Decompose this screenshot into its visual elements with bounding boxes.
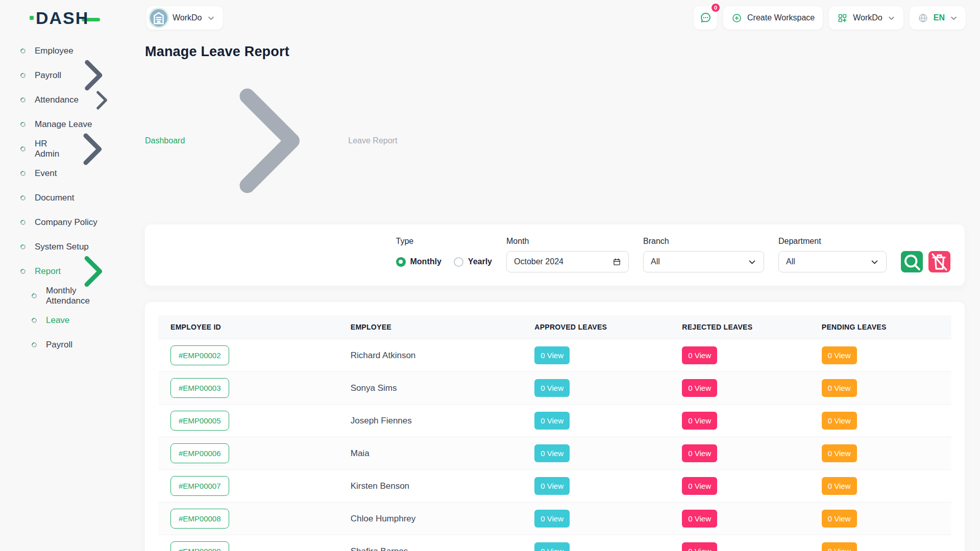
col-pending-leaves: PENDING LEAVES [810,315,951,339]
approved-leaves-badge[interactable]: 0 View [534,346,570,364]
bullet-icon [31,292,38,299]
table-row-chloe-humphrey: #EMP00008 Chloe Humphrey 0 View 0 View 0… [158,503,951,535]
sidebar-item-label: Payroll [35,70,61,81]
logo-text: DASH [36,8,89,28]
sidebar-item-label: HR Admin [35,139,59,159]
branch-label: Branch [643,237,764,246]
rejected-leaves-badge[interactable]: 0 View [682,510,717,528]
chevron-down-icon [870,258,879,266]
workspace-selector[interactable]: WorkDo [146,6,223,30]
approved-leaves-badge[interactable]: 0 View [534,444,570,462]
leave-report-table-card: EMPLOYEE ID EMPLOYEE APPROVED LEAVES REJ… [145,302,965,551]
employee-id[interactable]: #EMP00008 [170,509,229,529]
employee-id[interactable]: #EMP00009 [170,541,229,551]
radio-yearly[interactable]: Yearly [454,257,492,267]
bullet-icon [31,341,38,348]
department-select[interactable]: All [778,251,887,272]
employee-name: Sonya Sims [351,383,397,393]
globe-icon [918,13,928,23]
type-filter-group: Type Monthly Yearly [396,237,492,272]
col-employee: EMPLOYEE [338,315,523,339]
sidebar-item-label: Employee [35,46,74,56]
plus-circle-icon [731,13,742,23]
bullet-icon [19,145,27,153]
search-button[interactable] [901,251,923,272]
rejected-leaves-badge[interactable]: 0 View [682,379,717,397]
employee-name: Kirsten Benson [351,481,409,491]
approved-leaves-badge[interactable]: 0 View [534,412,570,430]
chevron-down-icon [207,14,215,22]
table-row-shafira-barnes: #EMP00009 Shafira Barnes 0 View 0 View 0… [158,535,951,551]
sidebar-item-monthly-attendance[interactable]: Monthly Attendance [0,284,130,308]
approved-leaves-badge[interactable]: 0 View [534,510,570,528]
type-label: Type [396,237,492,246]
main-content: Manage Leave Report Dashboard Leave Repo… [130,36,980,551]
department-filter-group: Department All [778,237,887,272]
breadcrumb-dashboard-link[interactable]: Dashboard [145,136,185,145]
bullet-icon [19,243,27,251]
employee-id[interactable]: #EMP00003 [170,378,229,398]
sidebar-item-hr-admin[interactable]: HR Admin [0,137,130,161]
sidebar-item-attendance[interactable]: Attendance [0,88,130,112]
pending-leaves-badge[interactable]: 0 View [822,510,857,528]
pending-leaves-badge[interactable]: 0 View [822,477,857,495]
branch-select[interactable]: All [643,251,764,272]
pending-leaves-badge[interactable]: 0 View [822,444,857,462]
chevron-right-icon [88,87,115,114]
month-input[interactable]: October 2024 [506,251,629,272]
language-selector[interactable]: EN [910,6,966,30]
bullet-icon [19,219,27,226]
sidebar-item-label: Attendance [35,95,79,105]
table-row-maia: #EMP00006 Maia 0 View 0 View 0 View [158,437,951,470]
bullet-icon [19,72,27,79]
chevron-down-icon [748,258,756,266]
app-logo[interactable]: DASH [0,8,130,28]
pending-leaves-badge[interactable]: 0 View [822,542,857,551]
pending-leaves-badge[interactable]: 0 View [822,412,857,430]
radio-unchecked-icon [454,257,463,267]
table-row-kirsten-benson: #EMP00007 Kirsten Benson 0 View 0 View 0… [158,470,951,503]
sidebar-item-label: Monthly Attendance [46,286,115,306]
employee-id[interactable]: #EMP00007 [170,476,229,496]
messenger-button[interactable]: 0 [694,6,717,30]
create-workspace-button[interactable]: Create Workspace [723,6,823,30]
radio-monthly[interactable]: Monthly [396,257,442,267]
leave-report-table: EMPLOYEE ID EMPLOYEE APPROVED LEAVES REJ… [158,315,951,551]
employee-name: Maia [351,448,370,458]
table-row-sonya-sims: #EMP00003 Sonya Sims 0 View 0 View 0 Vie… [158,372,951,405]
sidebar-item-payroll[interactable]: Payroll [0,63,130,88]
sidebar-item-label: Event [35,168,57,179]
bullet-icon [19,194,27,202]
page-title: Manage Leave Report [145,44,965,60]
approved-leaves-badge[interactable]: 0 View [534,379,570,397]
sidebar-item-leave[interactable]: Leave [0,308,130,333]
workspace-name: WorkDo [173,13,202,22]
sidebar-item-company-policy[interactable]: Company Policy [0,210,130,235]
employee-id[interactable]: #EMP00006 [170,443,229,463]
chevron-right-icon [68,126,115,172]
sidebar-item-payroll[interactable]: Payroll [0,333,130,357]
employee-id[interactable]: #EMP00002 [170,345,229,365]
approved-leaves-badge[interactable]: 0 View [534,477,570,495]
radio-checked-icon [396,257,406,267]
trash-off-icon [928,251,950,273]
sidebar-item-label: Payroll [46,340,72,350]
bullet-icon [19,170,27,177]
rejected-leaves-badge[interactable]: 0 View [682,412,717,430]
month-filter-group: Month October 2024 [506,237,629,272]
rejected-leaves-badge[interactable]: 0 View [682,346,717,364]
rejected-leaves-badge[interactable]: 0 View [682,542,717,551]
workdo-menu-button[interactable]: WorkDo [829,6,903,30]
reset-filter-button[interactable] [928,251,950,272]
sidebar-item-document[interactable]: Document [0,186,130,210]
month-label: Month [506,237,629,246]
sidebar-item-report[interactable]: Report [0,259,130,284]
pending-leaves-badge[interactable]: 0 View [822,346,857,364]
employee-id[interactable]: #EMP00005 [170,411,229,431]
sidebar-nav: Retainer Invoice Purchases Projects [0,39,130,357]
pending-leaves-badge[interactable]: 0 View [822,379,857,397]
rejected-leaves-badge[interactable]: 0 View [682,477,717,495]
rejected-leaves-badge[interactable]: 0 View [682,444,717,462]
col-approved-leaves: APPROVED LEAVES [522,315,670,339]
approved-leaves-badge[interactable]: 0 View [534,542,570,551]
